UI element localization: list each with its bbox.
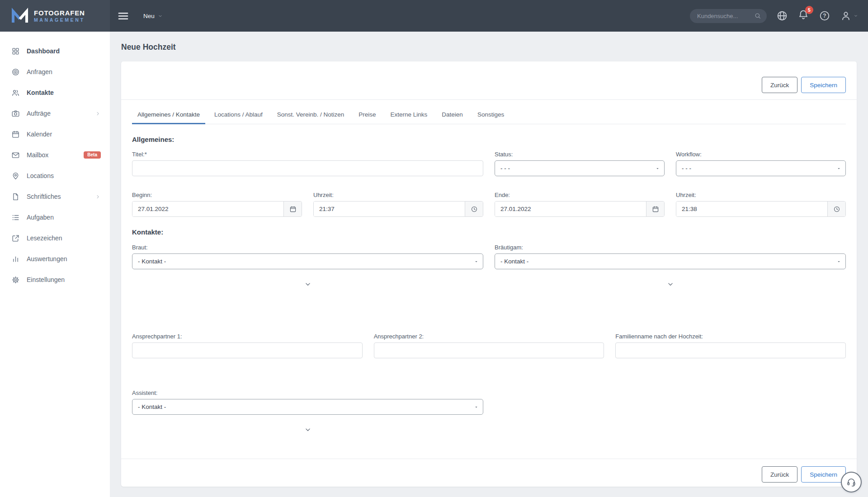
workflow-select[interactable]: - - - bbox=[676, 160, 846, 176]
sidebar-item-dashboard[interactable]: Dashboard bbox=[0, 41, 110, 61]
list-icon bbox=[11, 213, 20, 222]
clock-icon bbox=[471, 206, 478, 213]
search-input[interactable] bbox=[697, 13, 754, 19]
chevron-down-icon bbox=[304, 280, 312, 288]
sidebar-item-kontakte[interactable]: Kontakte bbox=[0, 82, 110, 103]
support-button[interactable] bbox=[841, 472, 862, 492]
form-card: Zurück Speichern Allgemeines / KontakteL… bbox=[121, 61, 857, 487]
uhrzeit2-label: Uhrzeit: bbox=[676, 192, 846, 198]
hamburger-menu-icon[interactable] bbox=[117, 10, 129, 22]
chevron-down-icon bbox=[158, 14, 163, 19]
notifications-button[interactable]: 5 bbox=[797, 9, 809, 23]
search-icon[interactable] bbox=[754, 12, 761, 19]
save-button-bottom[interactable]: Speichern bbox=[801, 466, 846, 483]
sidebar-item-kalender[interactable]: Kalender bbox=[0, 124, 110, 145]
sidebar-item-label: Lesezeichen bbox=[27, 234, 62, 242]
braut-select[interactable]: - Kontakt - bbox=[132, 253, 483, 269]
tab-sonstiges[interactable]: Sonstiges bbox=[472, 106, 509, 124]
bar-chart-icon bbox=[11, 255, 20, 263]
beginn-time-input[interactable] bbox=[314, 202, 465, 216]
gear-icon bbox=[11, 276, 20, 284]
main-content: Neue Hochzeit Zurück Speichern Allgemein… bbox=[110, 32, 868, 497]
svg-text:?: ? bbox=[823, 13, 826, 19]
notification-badge: 5 bbox=[805, 6, 813, 14]
workflow-label: Workflow: bbox=[676, 151, 846, 158]
save-button-top[interactable]: Speichern bbox=[801, 77, 846, 93]
familienname-input[interactable] bbox=[615, 342, 846, 358]
sidebar-item-auswertungen[interactable]: Auswertungen bbox=[0, 248, 110, 269]
tab-externe-links[interactable]: Externe Links bbox=[385, 106, 433, 124]
ansprechpartner1-label: Ansprechpartner 1: bbox=[132, 333, 363, 340]
braeutigam-expand-button[interactable] bbox=[495, 280, 846, 288]
assistent-select[interactable]: - Kontakt - bbox=[132, 399, 483, 415]
card-footer: Zurück Speichern bbox=[121, 459, 857, 483]
topbar: FOTOGRAFEN MANAGEMENT Neu 5 ? bbox=[0, 0, 868, 32]
braeutigam-label: Bräutigam: bbox=[495, 244, 846, 251]
user-icon bbox=[840, 10, 852, 22]
sidebar-item-mailbox[interactable]: MailboxBeta bbox=[0, 145, 110, 165]
sidebar-item-schriftliches[interactable]: Schriftliches bbox=[0, 186, 110, 207]
sidebar-item-locations[interactable]: Locations bbox=[0, 165, 110, 186]
ansprechpartner1-input[interactable] bbox=[132, 342, 363, 358]
beta-badge: Beta bbox=[84, 151, 101, 159]
clock-icon bbox=[833, 206, 840, 213]
tab-preise[interactable]: Preise bbox=[353, 106, 381, 124]
camera-icon bbox=[11, 109, 20, 118]
tab-allgemeines-kontakte[interactable]: Allgemeines / Kontakte bbox=[132, 106, 205, 124]
target-icon bbox=[11, 68, 20, 76]
braeutigam-select[interactable]: - Kontakt - bbox=[495, 253, 846, 269]
assistent-expand-button[interactable] bbox=[132, 426, 483, 434]
sidebar-item-aufgaben[interactable]: Aufgaben bbox=[0, 207, 110, 228]
sidebar-item-label: Aufgaben bbox=[27, 214, 54, 221]
sidebar-item-anfragen[interactable]: Anfragen bbox=[0, 61, 110, 82]
back-button-bottom[interactable]: Zurück bbox=[762, 466, 797, 483]
familienname-label: Familienname nach der Hochzeit: bbox=[615, 333, 846, 340]
headset-icon bbox=[846, 477, 856, 487]
ende-datepicker-button[interactable] bbox=[646, 202, 664, 216]
ansprechpartner2-input[interactable] bbox=[374, 342, 604, 358]
users-icon bbox=[11, 89, 20, 97]
brand-m-icon bbox=[11, 8, 29, 24]
sidebar-item-auftraege[interactable]: Aufträge bbox=[0, 103, 110, 124]
user-menu[interactable] bbox=[840, 10, 858, 22]
external-link-icon bbox=[11, 234, 20, 243]
sidebar-item-label: Schriftliches bbox=[27, 193, 61, 200]
brand-subname: MANAGEMENT bbox=[34, 17, 85, 23]
sidebar-item-einstellungen[interactable]: Einstellungen bbox=[0, 269, 110, 290]
chevron-right-icon bbox=[95, 111, 101, 117]
card-header: Zurück Speichern bbox=[121, 61, 857, 100]
brand-logo[interactable]: FOTOGRAFEN MANAGEMENT bbox=[0, 0, 110, 32]
language-globe-icon[interactable] bbox=[776, 10, 788, 22]
sidebar-item-lesezeichen[interactable]: Lesezeichen bbox=[0, 228, 110, 248]
document-icon bbox=[11, 192, 20, 201]
ende-date-input[interactable] bbox=[495, 202, 646, 216]
beginn-label: Beginn: bbox=[132, 192, 302, 198]
back-button-top[interactable]: Zurück bbox=[762, 77, 797, 93]
status-label: Status: bbox=[495, 151, 665, 158]
chevron-down-icon bbox=[304, 426, 312, 434]
sidebar-item-label: Anfragen bbox=[27, 68, 52, 75]
uhrzeit1-label: Uhrzeit: bbox=[313, 192, 483, 198]
chevron-down-icon bbox=[854, 14, 858, 18]
calendar-icon bbox=[11, 130, 20, 139]
status-select[interactable]: - - - bbox=[495, 160, 665, 176]
titel-input[interactable] bbox=[132, 160, 483, 176]
ende-timepicker-button[interactable] bbox=[827, 202, 845, 216]
braut-expand-button[interactable] bbox=[132, 280, 483, 288]
beginn-timepicker-button[interactable] bbox=[465, 202, 483, 216]
customer-search bbox=[690, 9, 767, 23]
ende-time-input[interactable] bbox=[676, 202, 827, 216]
sidebar-item-label: Mailbox bbox=[27, 151, 48, 159]
neu-dropdown[interactable]: Neu bbox=[143, 13, 163, 19]
tab-locations-ablauf[interactable]: Locations / Ablauf bbox=[209, 106, 268, 124]
grid-icon bbox=[11, 47, 20, 56]
beginn-datepicker-button[interactable] bbox=[283, 202, 302, 216]
help-icon[interactable]: ? bbox=[819, 10, 830, 22]
braut-label: Braut: bbox=[132, 244, 483, 251]
sidebar-item-label: Auswertungen bbox=[27, 255, 67, 263]
beginn-date-input[interactable] bbox=[132, 202, 283, 216]
tab-dateien[interactable]: Dateien bbox=[436, 106, 468, 124]
assistent-label: Assistent: bbox=[132, 389, 483, 396]
tab-sonst-vereinb-notizen[interactable]: Sonst. Vereinb. / Notizen bbox=[272, 106, 350, 124]
section-allgemeines: Allgemeines: bbox=[132, 136, 846, 143]
